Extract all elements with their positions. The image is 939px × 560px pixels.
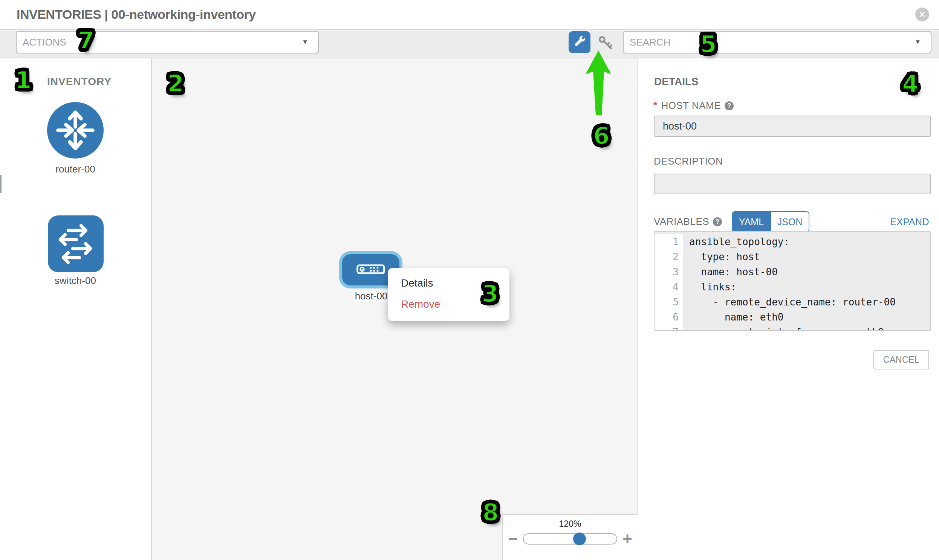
zoom-control: 120% − + (502, 514, 638, 560)
context-menu-item-remove[interactable]: Remove (388, 294, 509, 315)
editor-line: 5 - remote_device_name: router-00 (655, 294, 930, 309)
palette-heading: INVENTORY (47, 76, 111, 88)
description-label-row: DESCRIPTION (654, 155, 723, 167)
host-name-label: HOST NAME (661, 100, 721, 111)
palette-item-router-label: router-00 (19, 163, 132, 175)
palette-item-switch[interactable] (48, 215, 103, 274)
zoom-slider-thumb[interactable] (573, 532, 586, 545)
code-text: name: eth0 (683, 309, 783, 325)
page-header: INVENTORIES | 00-networking-inventory ✕ (0, 0, 939, 30)
cancel-button[interactable]: CANCEL (873, 350, 929, 369)
variables-format-toggle: YAML JSON (732, 211, 809, 232)
actions-dropdown[interactable]: ACTIONS ▼ (16, 31, 319, 54)
line-number: 6 (655, 309, 683, 325)
variables-editor[interactable]: 1ansible_topology: 2 type: host 3 name: … (654, 231, 931, 331)
router-icon (47, 153, 103, 160)
actions-dropdown-label: ACTIONS (23, 37, 66, 48)
editor-line: 6 name: eth0 (655, 309, 930, 325)
chevron-down-icon: ▼ (914, 38, 921, 46)
variables-label: VARIABLES (654, 216, 709, 228)
zoom-level-value: 120% (503, 519, 638, 529)
line-number: 2 (655, 249, 683, 265)
inventory-palette: INVENTORY router-00 (0, 58, 152, 560)
code-text: name: host-00 (683, 265, 778, 280)
required-marker: * (654, 100, 657, 111)
host-name-input[interactable] (654, 115, 931, 137)
description-label: DESCRIPTION (654, 155, 723, 167)
key-icon (597, 46, 614, 53)
key-button[interactable] (597, 34, 614, 52)
palette-item-router[interactable] (47, 102, 103, 160)
line-number: 4 (655, 280, 683, 294)
host-name-label-row: * HOST NAME ? (654, 100, 734, 111)
editor-line: 4 links: (655, 280, 930, 294)
editor-line: 7 remote_interface_name: eth0 (655, 325, 930, 331)
topology-canvas[interactable]: host-00 Details Remove 120% − + (152, 58, 638, 560)
code-text: links: (683, 280, 736, 294)
palette-drawer-notch (0, 175, 2, 193)
line-number: 7 (655, 325, 683, 331)
chevron-down-icon: ▼ (302, 38, 308, 46)
description-input[interactable] (654, 174, 931, 194)
help-glyph: ? (715, 218, 719, 226)
code-text: - remote_device_name: router-00 (683, 294, 896, 309)
expand-link[interactable]: EXPAND (890, 217, 929, 228)
help-icon[interactable]: ? (713, 217, 722, 226)
code-text: type: host (683, 249, 760, 265)
toolbar: ACTIONS ▼ SEARCH ▼ (0, 31, 939, 58)
line-number: 5 (655, 294, 683, 309)
configure-button[interactable] (569, 31, 591, 53)
toggle-yaml[interactable]: YAML (732, 212, 770, 232)
variables-label-row: VARIABLES ? (654, 216, 722, 228)
details-panel: DETAILS * HOST NAME ? DESCRIPTION VARIAB… (638, 58, 939, 560)
zoom-slider-track[interactable] (523, 533, 617, 545)
wrench-icon (573, 35, 586, 50)
node-context-menu: Details Remove (388, 268, 509, 321)
line-number: 3 (655, 265, 683, 280)
code-text: ansible_topology: (683, 234, 789, 249)
close-icon[interactable]: ✕ (915, 8, 929, 22)
zoom-in-button[interactable]: + (622, 531, 633, 546)
line-number: 1 (655, 234, 683, 249)
editor-line: 2 type: host (655, 249, 930, 265)
host-icon (356, 265, 385, 276)
editor-line: 1ansible_topology: (655, 232, 930, 249)
zoom-out-button[interactable]: − (507, 531, 518, 546)
toggle-json[interactable]: JSON (770, 212, 809, 232)
close-glyph: ✕ (919, 10, 926, 19)
help-icon[interactable]: ? (725, 101, 734, 110)
help-glyph: ? (727, 102, 731, 109)
switch-icon (48, 267, 103, 274)
code-text: remote_interface_name: eth0 (683, 325, 884, 331)
search-dropdown[interactable]: SEARCH ▼ (623, 31, 931, 54)
palette-item-switch-label: switch-00 (19, 275, 132, 286)
context-menu-item-details[interactable]: Details (388, 273, 509, 294)
editor-line: 3 name: host-00 (655, 265, 930, 280)
page-title: INVENTORIES | 00-networking-inventory (17, 7, 256, 22)
details-panel-heading: DETAILS (654, 76, 698, 88)
inventory-topology-page: INVENTORIES | 00-networking-inventory ✕ … (0, 0, 939, 560)
search-dropdown-label: SEARCH (630, 37, 670, 48)
host-node-label: host-00 (355, 290, 388, 302)
